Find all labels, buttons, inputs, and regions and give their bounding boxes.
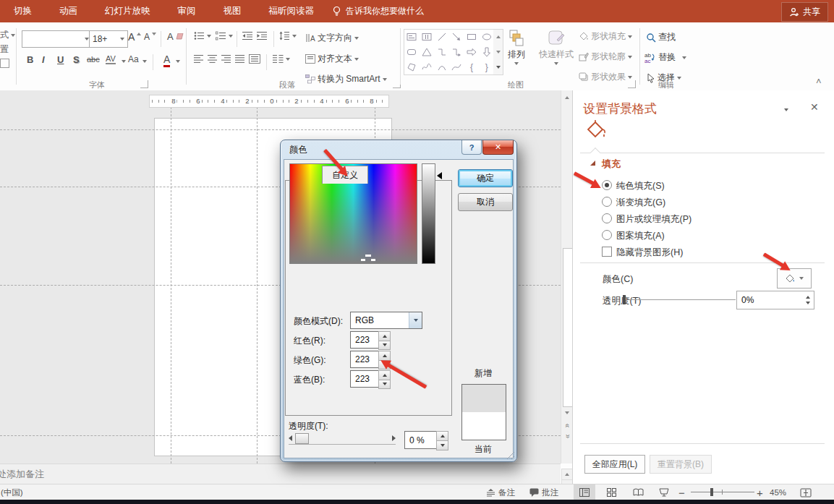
bold-button[interactable]: B (27, 54, 33, 65)
radio-picture-texture-fill[interactable] (602, 213, 612, 223)
shape-effects-button[interactable]: 形状效果 (579, 71, 632, 83)
shape-fill-button[interactable]: 形状填充 (579, 30, 632, 43)
share-button[interactable]: 共享 (781, 2, 828, 22)
character-spacing-button[interactable]: AV (106, 54, 116, 64)
combo-arrow-button[interactable] (409, 312, 422, 328)
font-color-button[interactable]: A (163, 54, 170, 67)
vertical-scrollbar[interactable]: « « (561, 90, 573, 464)
cancel-button[interactable]: 取消 (458, 193, 513, 211)
shape-rounded-rectangle-icon[interactable] (404, 45, 420, 60)
ok-button[interactable]: 确定 (458, 169, 513, 187)
tell-me-box[interactable]: 告诉我你想要做什么 (332, 5, 424, 17)
luminance-bar[interactable] (422, 163, 435, 264)
justify-button[interactable] (235, 54, 245, 64)
shape-textbox-icon[interactable] (404, 30, 420, 45)
tab-view[interactable]: 视图 (213, 0, 252, 22)
underline-button[interactable]: U (57, 54, 64, 65)
shape-elbow-connector-icon[interactable] (434, 45, 449, 60)
normal-view-button[interactable] (574, 484, 595, 500)
tab-foxit-reader[interactable]: 福昕阅读器 (258, 0, 325, 22)
scroll-down-button[interactable] (562, 407, 572, 418)
zoom-out-button[interactable]: − (678, 484, 685, 500)
gallery-more-icon[interactable] (496, 66, 501, 69)
shape-freeform-icon[interactable] (404, 59, 420, 74)
scrollbar-thumb[interactable] (563, 248, 573, 407)
clipped-layout-button[interactable]: 式 (0, 29, 15, 41)
replace-button[interactable]: ab ac 替换 (644, 51, 686, 64)
shape-left-brace-icon[interactable]: { (464, 59, 480, 74)
shape-elbow-arrow-icon[interactable] (449, 45, 464, 60)
text-direction-button[interactable]: A 文字方向 (305, 32, 359, 44)
notes-toggle-button[interactable]: 备注 (486, 484, 515, 500)
zoom-in-button[interactable]: + (757, 484, 763, 500)
shape-outline-button[interactable]: 形状轮廓 (579, 51, 632, 63)
strikethrough-button[interactable]: abc (87, 55, 100, 64)
scroll-up-button[interactable] (562, 92, 572, 103)
columns-button[interactable] (273, 54, 290, 64)
italic-button[interactable]: I (42, 54, 45, 65)
tab-review[interactable]: 审阅 (167, 0, 207, 22)
shape-right-arrow-icon[interactable] (464, 45, 480, 60)
radio-gradient-fill-label[interactable]: 渐变填充(G) (616, 197, 665, 209)
dropdown-caret-icon[interactable] (122, 60, 126, 63)
zoom-slider-thumb[interactable] (710, 488, 713, 496)
shape-right-brace-icon[interactable]: } (479, 59, 494, 74)
increase-indent-button[interactable] (257, 31, 268, 40)
slider-right-arrow-icon[interactable] (392, 435, 396, 441)
hide-background-label[interactable]: 隐藏背景图形(H) (616, 247, 683, 259)
shrink-font-button[interactable]: A (144, 32, 156, 42)
clipped-reset-button[interactable]: 置 (0, 43, 9, 56)
reset-background-button[interactable]: 重置背景(B) (650, 455, 712, 474)
section-collapse-icon[interactable] (590, 161, 595, 166)
fit-to-window-button[interactable] (800, 484, 812, 500)
font-size-combo[interactable]: 18+ (89, 30, 128, 48)
font-dialog-launcher[interactable] (140, 80, 148, 88)
next-slide-button[interactable]: « (562, 432, 573, 443)
dropdown-caret-icon[interactable] (176, 60, 180, 63)
blue-spinner[interactable] (378, 370, 391, 389)
hide-background-checkbox[interactable] (602, 247, 612, 257)
shape-arc-icon[interactable] (434, 59, 449, 74)
bullets-button[interactable] (194, 31, 211, 40)
find-button[interactable]: 查找 (646, 31, 676, 43)
dialog-help-button[interactable]: ? (461, 140, 482, 155)
slider-left-arrow-icon[interactable] (289, 435, 292, 441)
grow-font-button[interactable]: A (128, 31, 141, 43)
horizontal-ruler[interactable]: 8 6 4 2 0 2 4 6 8 (149, 95, 389, 108)
align-right-button[interactable] (221, 54, 231, 64)
radio-pattern-fill-label[interactable]: 图案填充(A) (616, 230, 665, 242)
notes-scroll-up-button[interactable] (561, 469, 573, 480)
shape-arrow-icon[interactable] (449, 30, 464, 45)
color-mode-combo[interactable]: RGB (350, 312, 422, 329)
quick-styles-button[interactable]: 快速样式 (539, 30, 574, 65)
shape-vertical-textbox-icon[interactable] (420, 30, 435, 45)
dialog-transparency-spinner[interactable] (436, 431, 448, 450)
shape-oval-icon[interactable] (479, 30, 494, 45)
change-case-button[interactable]: Aa (128, 54, 139, 64)
dialog-close-button[interactable]: ✕ (482, 140, 514, 155)
slideshow-view-button[interactable] (653, 484, 675, 500)
line-spacing-button[interactable] (279, 31, 297, 40)
tab-transitions[interactable]: 切换 (3, 0, 43, 22)
dropdown-caret-icon[interactable] (142, 60, 147, 63)
distribute-button[interactable] (249, 54, 260, 64)
pane-close-button[interactable]: ✕ (810, 101, 819, 113)
shape-line-icon[interactable] (434, 30, 449, 45)
shape-rectangle-icon[interactable] (464, 30, 480, 45)
shape-scribble-icon[interactable] (420, 59, 435, 74)
numbering-button[interactable] (216, 31, 233, 40)
radio-solid-fill[interactable] (602, 180, 612, 190)
windows-taskbar-strip[interactable] (0, 500, 834, 504)
apply-all-button[interactable]: 全部应用(L) (584, 455, 645, 474)
radio-picture-texture-fill-label[interactable]: 图片或纹理填充(P) (616, 213, 692, 226)
gallery-up-icon[interactable] (496, 35, 501, 38)
previous-slide-button[interactable]: « (562, 420, 573, 430)
dialog-transparency-slider[interactable] (289, 432, 396, 445)
language-indicator[interactable]: (中国) (1, 484, 23, 500)
shape-down-arrow-icon[interactable] (479, 45, 494, 60)
slide-sorter-view-button[interactable] (600, 484, 622, 500)
zoom-slider-track[interactable] (691, 492, 754, 492)
align-center-button[interactable] (208, 54, 218, 64)
tab-slideshow[interactable]: 幻灯片放映 (94, 0, 161, 22)
align-left-button[interactable] (194, 54, 204, 64)
